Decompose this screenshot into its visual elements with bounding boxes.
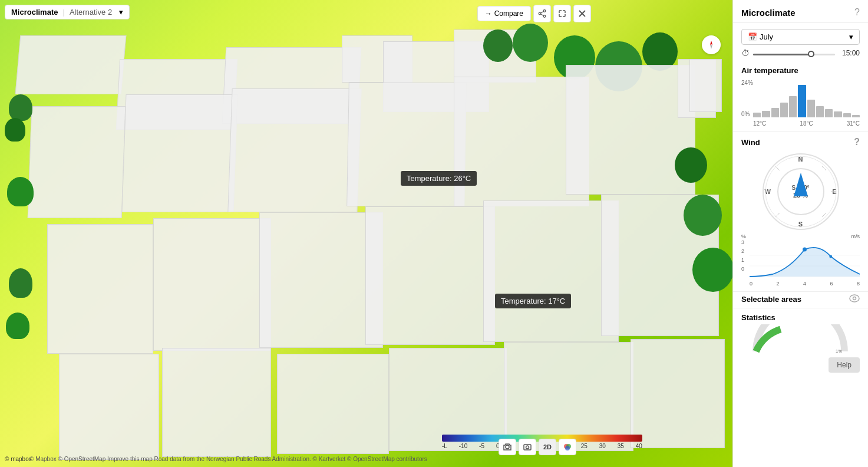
- color-mode-btn[interactable]: [559, 439, 576, 455]
- histogram-bar-1: [762, 111, 770, 117]
- compare-button[interactable]: → Compare: [477, 6, 531, 21]
- histogram-bars: [753, 83, 860, 117]
- svg-point-2: [506, 445, 509, 449]
- histogram-bar-2: [771, 108, 779, 118]
- svg-marker-0: [710, 41, 712, 45]
- histogram-y-max: 24%: [741, 80, 753, 86]
- temperature-tooltip-2: Temperature: 17°C: [495, 294, 571, 308]
- statistics-gauge: 1%: [741, 324, 860, 354]
- svg-point-10: [543, 15, 546, 18]
- wind-direction-arrow: [794, 173, 808, 196]
- top-right-controls: → Compare: [477, 5, 591, 22]
- svg-line-24: [822, 213, 826, 217]
- svg-point-4: [526, 446, 529, 449]
- svg-point-29: [803, 248, 807, 252]
- statistics-section: Statistics 1%: [733, 308, 868, 357]
- histogram-bar-0: [753, 113, 761, 117]
- histogram-bar-9: [834, 111, 841, 117]
- svg-line-11: [541, 11, 544, 13]
- wind-section: Wind ? N S E W: [733, 131, 868, 291]
- svg-line-21: [775, 166, 780, 170]
- map-attribution: © Mapbox © OpenStreetMap Improve this ma…: [29, 456, 427, 462]
- share-button[interactable]: [533, 5, 551, 22]
- histogram-bar-8: [825, 109, 833, 117]
- svg-point-31: [850, 295, 859, 302]
- svg-line-23: [775, 213, 780, 217]
- svg-text:1%: 1%: [836, 348, 842, 354]
- month-selector[interactable]: 📅 July ▾: [741, 29, 860, 45]
- compass-button[interactable]: [702, 35, 721, 54]
- histogram-bar-5: [798, 85, 806, 117]
- mapbox-logo: © mapbox: [5, 456, 32, 462]
- histogram-y-zero: 0%: [741, 111, 750, 117]
- ws-x-labels: 0 2 4 6 8: [750, 281, 860, 287]
- ws-unit-label: m/s: [852, 234, 860, 239]
- expand-button[interactable]: [553, 5, 571, 22]
- right-panel: Microclimate ? 📅 July ▾ ⏱ 15:00 Air temp…: [732, 0, 868, 467]
- help-button[interactable]: Help: [829, 357, 860, 373]
- ws-y-label: %: [741, 234, 746, 239]
- svg-line-12: [541, 14, 544, 16]
- histogram-bar-3: [780, 103, 788, 117]
- histogram-bar-4: [789, 96, 797, 117]
- air-temperature-section: 24% 0% 12°C 18°C 31°C: [733, 77, 868, 131]
- time-slider[interactable]: [753, 51, 835, 55]
- histogram-bar-10: [843, 113, 851, 117]
- wind-help-icon[interactable]: ?: [854, 137, 860, 147]
- map-view[interactable]: Temperature: 26°C Temperature: 17°C -L -…: [0, 0, 732, 467]
- svg-point-32: [853, 297, 856, 300]
- selectable-areas-section: Selectable areas: [733, 291, 868, 308]
- svg-line-22: [822, 166, 826, 170]
- svg-point-8: [543, 10, 546, 12]
- visibility-icon[interactable]: [849, 294, 860, 304]
- svg-point-9: [539, 12, 541, 15]
- time-value: 15:00: [839, 49, 860, 57]
- svg-point-7: [565, 446, 570, 450]
- ws-curve: [750, 245, 860, 277]
- ws-y-ticks: 3 2 1 0: [741, 239, 744, 272]
- title-dropdown[interactable]: Microclimate | Alternative 2 ▾: [5, 5, 130, 19]
- histogram-bar-7: [816, 106, 824, 117]
- svg-marker-1: [710, 45, 712, 49]
- 2d-mode-btn[interactable]: 2D: [539, 439, 556, 455]
- svg-point-30: [829, 255, 832, 258]
- camera-icon-btn[interactable]: [499, 439, 516, 455]
- histogram-x-labels: 12°C 18°C 31°C: [753, 120, 860, 127]
- time-row: ⏱ 15:00: [741, 48, 860, 58]
- close-button[interactable]: [573, 5, 591, 22]
- bottom-toolbar: 2D: [499, 439, 576, 455]
- wind-speed-chart: % m/s 3 2 1 0: [741, 234, 860, 287]
- clock-icon: ⏱: [741, 48, 750, 58]
- help-icon[interactable]: ?: [854, 7, 860, 18]
- panel-header: Microclimate ?: [733, 0, 868, 23]
- histogram-bar-6: [807, 100, 815, 117]
- wind-compass: N S E W S 180° 28 %: [763, 153, 839, 230]
- histogram-bar-11: [852, 115, 860, 117]
- temperature-tooltip-1: Temperature: 26°C: [401, 171, 477, 186]
- air-temperature-header: Air temperature: [733, 61, 868, 77]
- photo-btn[interactable]: [519, 439, 536, 455]
- panel-title: Microclimate: [741, 8, 796, 18]
